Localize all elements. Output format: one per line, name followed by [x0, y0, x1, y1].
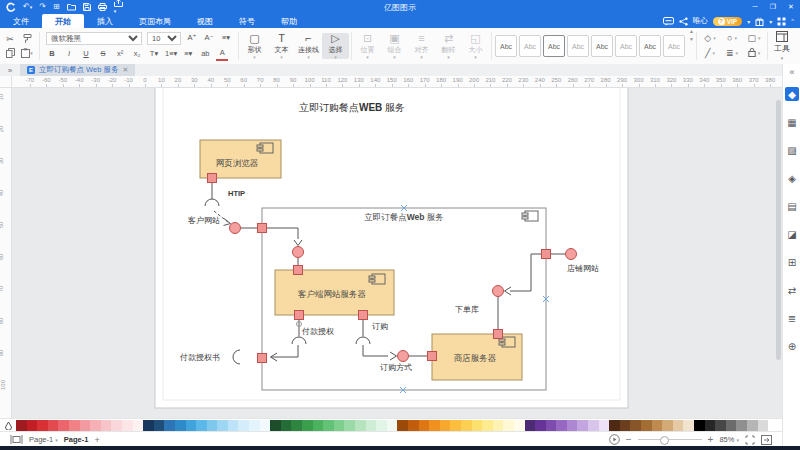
color-swatch[interactable]	[440, 420, 451, 431]
color-swatch[interactable]	[366, 420, 377, 431]
color-swatch[interactable]	[630, 420, 641, 431]
color-swatch[interactable]	[705, 420, 716, 431]
color-swatch[interactable]	[493, 420, 504, 431]
color-swatch[interactable]	[514, 420, 525, 431]
color-swatch[interactable]	[355, 420, 366, 431]
minimize-button[interactable]: ─	[746, 0, 764, 14]
color-swatch[interactable]	[726, 420, 737, 431]
style-swatch-3[interactable]: Abc	[543, 35, 565, 57]
symbol-library-icon[interactable]: ▦	[785, 115, 799, 129]
color-swatch[interactable]	[461, 420, 472, 431]
new-document-button[interactable]: ⊞	[53, 3, 60, 11]
tab-close-icon[interactable]: ✕	[122, 66, 128, 74]
color-swatch[interactable]	[111, 420, 122, 431]
color-swatch[interactable]	[260, 420, 271, 431]
color-swatch[interactable]	[397, 420, 408, 431]
print-button[interactable]	[98, 3, 107, 11]
label-pay-auth-doc[interactable]: 付款授权书	[179, 353, 220, 362]
note-icon[interactable]: ▤	[785, 199, 799, 213]
color-swatch[interactable]	[37, 420, 48, 431]
color-swatch[interactable]	[577, 420, 588, 431]
style-gallery-scroll[interactable]: ▲▼	[689, 28, 694, 64]
label-order-store[interactable]: 下单库	[455, 305, 479, 314]
color-swatch[interactable]	[768, 420, 779, 431]
label-shop-site[interactable]: 店铺网站	[567, 264, 599, 273]
toolbar-button-位置[interactable]: ⊡位置▾	[354, 33, 381, 59]
grow-font-button[interactable]: A⁺	[186, 32, 198, 44]
color-swatch[interactable]	[133, 420, 144, 431]
font-color-button[interactable]: A	[216, 47, 228, 61]
toolbar-button-选择[interactable]: ▷选择▾	[322, 33, 349, 59]
style-swatch-6[interactable]: Abc	[615, 35, 637, 57]
line-color-button[interactable]: ╱▾	[705, 48, 715, 58]
color-swatch[interactable]	[27, 420, 38, 431]
toolbar-button-大小[interactable]: ◱大小▾	[462, 33, 489, 59]
toolbar-button-组合[interactable]: ▣组合▾	[381, 33, 408, 59]
subscript-button[interactable]: x₂	[131, 48, 143, 60]
color-swatch[interactable]	[567, 420, 578, 431]
label-order[interactable]: 订购	[372, 322, 388, 331]
zoom-slider-knob[interactable]	[660, 436, 669, 445]
collapse-ribbon-icon[interactable]: ^	[791, 18, 794, 24]
substitute-shape-icon[interactable]: ⇄	[785, 283, 799, 297]
zoom-level[interactable]: 85% ▾	[719, 435, 739, 444]
apps-grid-icon[interactable]	[777, 17, 786, 26]
color-swatch[interactable]	[715, 420, 726, 431]
color-swatch[interactable]	[376, 420, 387, 431]
color-swatch[interactable]	[662, 420, 673, 431]
color-swatch[interactable]	[154, 420, 165, 431]
label-http[interactable]: HTIP	[228, 189, 245, 198]
color-swatch[interactable]	[164, 420, 175, 431]
color-swatch[interactable]	[673, 420, 684, 431]
gift-icon[interactable]	[755, 17, 764, 26]
underline-button[interactable]: U	[80, 48, 92, 60]
color-swatch[interactable]	[122, 420, 133, 431]
font-name-select[interactable]: 微软雅黑	[46, 32, 142, 45]
text-align-button[interactable]: ≡▾	[220, 32, 232, 44]
color-swatch[interactable]	[69, 420, 80, 431]
color-swatch[interactable]	[302, 420, 313, 431]
layers-icon[interactable]: ◈	[785, 171, 799, 185]
color-swatch[interactable]	[80, 420, 91, 431]
color-swatch[interactable]	[186, 420, 197, 431]
highlight-button[interactable]: ab	[199, 48, 211, 60]
color-swatch[interactable]	[291, 420, 302, 431]
presentation-play-icon[interactable]	[609, 434, 620, 445]
cut-icon[interactable]: ✂	[4, 33, 16, 45]
document-tab[interactable]: E 立即订购餐点 Web 服务 ✕	[20, 64, 135, 76]
label-client-site[interactable]: 客户网站	[188, 216, 220, 225]
color-swatch[interactable]	[419, 420, 430, 431]
color-swatch[interactable]	[238, 420, 249, 431]
zoom-out-button[interactable]: −	[626, 434, 632, 445]
color-swatch[interactable]	[503, 420, 514, 431]
color-swatch[interactable]	[207, 420, 218, 431]
superscript-button[interactable]: x²	[114, 48, 126, 60]
color-swatch[interactable]	[747, 420, 758, 431]
drawing-canvas[interactable]: 立即订购餐点WEB 服务 网页浏览器 立即订餐点Web 服务 客户端网站服务器	[0, 76, 782, 418]
redo-button[interactable]: ↷	[39, 3, 46, 11]
color-swatch[interactable]	[228, 420, 239, 431]
ribbon-tab-符号[interactable]: 符号	[226, 14, 268, 28]
color-swatch[interactable]	[281, 420, 292, 431]
bold-button[interactable]: B	[46, 48, 58, 60]
color-swatch[interactable]	[313, 420, 324, 431]
quick-style-button[interactable]: ▢▾	[747, 33, 760, 43]
color-swatch[interactable]	[694, 420, 705, 431]
shadow-button[interactable]: ○▾	[727, 33, 737, 43]
line-spacing-button[interactable]: 1≡▾	[165, 48, 177, 60]
page-layout-icon[interactable]	[10, 435, 23, 444]
font-size-select[interactable]: 10	[147, 32, 181, 45]
page-tab[interactable]: Page-1	[64, 435, 89, 444]
color-swatch[interactable]	[758, 420, 769, 431]
color-swatch[interactable]	[525, 420, 536, 431]
ribbon-tab-帮助[interactable]: 帮助	[268, 14, 310, 28]
fullscreen-icon[interactable]	[745, 435, 755, 445]
color-swatch[interactable]	[175, 420, 186, 431]
color-swatch[interactable]	[556, 420, 567, 431]
label-pay-auth[interactable]: 付款授权	[301, 327, 334, 336]
sidebar-collapse-icon[interactable]: «	[789, 64, 794, 80]
fit-expand-icon[interactable]: ⊕	[785, 339, 799, 353]
color-swatch[interactable]	[408, 420, 419, 431]
export-share-button[interactable]: ▾	[114, 0, 123, 15]
toolbar-button-连接线[interactable]: ⌐连接线▾	[295, 33, 322, 59]
